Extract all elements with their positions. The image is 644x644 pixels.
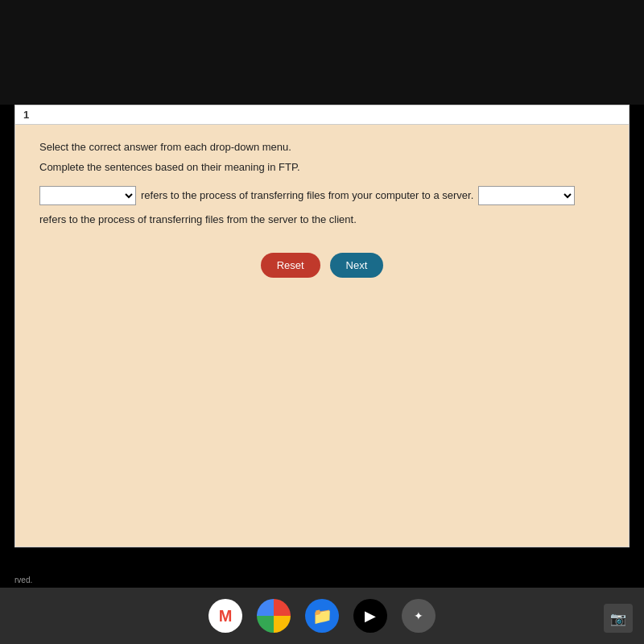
sentence-row-1: Upload Download FTP HTTP refers to the p… (39, 186, 605, 229)
question-number-bar: 1 (15, 105, 629, 125)
next-button[interactable]: Next (330, 253, 384, 278)
sentence-part2: refers to the process of transferring fi… (39, 210, 357, 229)
footer-text: rved. (14, 576, 32, 584)
reset-button[interactable]: Reset (261, 253, 320, 278)
taskbar: M 📁 ▶ ✦ (0, 588, 644, 644)
sentence-part1: refers to the process of transferring fi… (141, 186, 473, 204)
question-number: 1 (23, 109, 29, 121)
corner-icon[interactable]: 📷 (604, 604, 633, 633)
chrome-icon[interactable] (257, 599, 291, 633)
files-icon[interactable]: 📁 (305, 599, 339, 633)
main-screen: 1 Select the correct answer from each dr… (14, 105, 630, 547)
content-area: Select the correct answer from each drop… (15, 125, 629, 294)
instruction2: Complete the sentences based on their me… (39, 161, 605, 173)
other-icon[interactable]: ✦ (402, 599, 436, 633)
gmail-icon[interactable]: M (208, 599, 242, 633)
play-store-icon[interactable]: ▶ (353, 599, 387, 633)
sentence-area: Upload Download FTP HTTP refers to the p… (39, 186, 605, 229)
dropdown1[interactable]: Upload Download FTP HTTP (39, 186, 136, 205)
dropdown2[interactable]: Upload Download FTP HTTP (478, 186, 575, 205)
instruction1: Select the correct answer from each drop… (39, 141, 605, 153)
buttons-row: Reset Next (39, 253, 605, 278)
